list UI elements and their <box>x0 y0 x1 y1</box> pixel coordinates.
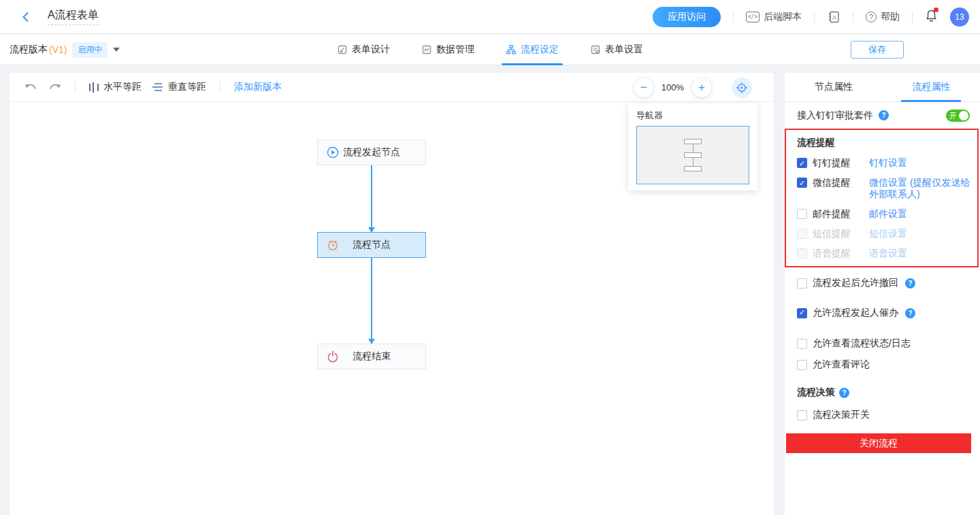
tab-flow-settings[interactable]: 流程设定 <box>506 35 559 65</box>
help-icon[interactable]: ? <box>839 388 849 398</box>
wechat-reminder-checkbox[interactable] <box>797 178 807 188</box>
tab-node-properties[interactable]: 节点属性 <box>785 73 883 101</box>
zoom-controls: − 100% + <box>634 73 752 102</box>
minimap-node <box>684 166 702 171</box>
redo-button[interactable] <box>48 82 61 93</box>
address-book-button[interactable]: A <box>827 10 840 24</box>
chevron-down-icon[interactable] <box>113 48 120 52</box>
divider <box>220 81 220 93</box>
horizontal-distribute-button[interactable]: 水平等距 <box>89 81 142 93</box>
notifications-button[interactable] <box>925 9 938 24</box>
form-design-icon <box>337 44 348 55</box>
view-comments-checkbox[interactable] <box>797 360 807 370</box>
navigator-title: 导航器 <box>636 110 749 122</box>
decision-switch-checkbox[interactable] <box>797 410 807 420</box>
voice-reminder-checkbox <box>797 248 807 259</box>
flow-edge <box>371 165 372 232</box>
allow-withdraw-checkbox[interactable] <box>797 278 807 288</box>
page-title: A流程表单 <box>48 8 99 25</box>
navigator-minimap[interactable] <box>636 126 749 184</box>
help-icon[interactable]: ? <box>879 110 889 120</box>
question-icon: ? <box>866 12 877 22</box>
panel-tabs: 节点属性 流程属性 <box>785 73 980 102</box>
reminder-row-dingtalk: 钉钉提醒 钉钉设置 <box>797 157 973 169</box>
address-book-icon: A <box>827 10 840 24</box>
dingtalk-settings-link[interactable]: 钉钉设置 <box>869 157 973 169</box>
reminder-section-title: 流程提醒 <box>797 137 973 149</box>
app-header: A流程表单 应用访问 </> 后端脚本 A ? 帮助 <box>0 0 980 34</box>
zoom-out-button[interactable]: − <box>634 78 653 97</box>
fit-view-button[interactable] <box>732 78 752 98</box>
reminder-row-voice: 语音提醒 语音设置 <box>797 248 973 259</box>
node-flow-step[interactable]: 流程节点 <box>317 232 426 258</box>
email-settings-link[interactable]: 邮件设置 <box>869 208 973 220</box>
vertical-distribute-button[interactable]: 垂直等距 <box>152 81 206 93</box>
svg-text:A: A <box>832 14 836 20</box>
divider <box>814 12 815 22</box>
minimap-node <box>684 139 702 144</box>
decision-section-title: 流程决策 <box>797 386 835 399</box>
divider <box>912 12 913 22</box>
minimap-edge <box>693 144 693 152</box>
tab-form-design[interactable]: 表单设计 <box>337 35 390 65</box>
code-icon: </> <box>746 12 760 22</box>
option-view-status-log: 允许查看流程状态/日志 <box>797 337 968 350</box>
dingtalk-suite-toggle[interactable]: 开 <box>946 110 970 122</box>
form-settings-icon <box>590 44 601 55</box>
avatar[interactable]: 13 <box>950 7 969 27</box>
status-badge: 启用中 <box>72 42 108 58</box>
notification-dot <box>934 7 938 12</box>
allow-urge-checkbox[interactable] <box>797 308 807 318</box>
close-flow-button[interactable]: 关闭流程 <box>786 433 971 453</box>
data-chart-icon <box>421 44 432 55</box>
flow-canvas: 水平等距 垂直等距 添加新版本 − 100% + 流程发起节点 <box>10 73 774 515</box>
version-selector[interactable]: 流程版本 (V1) 启用中 <box>10 42 120 58</box>
redo-icon <box>48 82 61 93</box>
power-icon <box>327 350 339 363</box>
dingtalk-suite-label: 接入钉钉审批套件 <box>797 110 873 122</box>
toggle-on-label: 开 <box>949 110 957 120</box>
canvas-toolbar: 水平等距 垂直等距 添加新版本 − 100% + <box>10 73 774 102</box>
alarm-clock-icon <box>327 239 339 251</box>
backend-script-button[interactable]: </> 后端脚本 <box>746 11 802 23</box>
horizontal-distribute-icon <box>89 82 99 93</box>
add-new-version-link[interactable]: 添加新版本 <box>234 81 282 93</box>
flow-icon <box>506 44 517 55</box>
vertical-distribute-icon <box>152 83 163 91</box>
wechat-settings-link[interactable]: 微信设置 (提醒仅发送给外部联系人) <box>869 177 973 200</box>
option-allow-withdraw: 流程发起后允许撤回 ? <box>797 277 968 289</box>
help-icon[interactable]: ? <box>905 278 915 288</box>
crosshair-icon <box>736 82 748 94</box>
email-reminder-checkbox[interactable] <box>797 209 807 219</box>
navigator-panel: 导航器 <box>628 103 757 190</box>
save-button[interactable]: 保存 <box>851 41 904 59</box>
undo-icon <box>24 82 37 93</box>
undo-button[interactable] <box>24 82 37 93</box>
app-access-button[interactable]: 应用访问 <box>653 7 721 27</box>
node-flow-end[interactable]: 流程结束 <box>317 344 426 369</box>
node-flow-start[interactable]: 流程发起节点 <box>317 139 426 165</box>
main-tabs: 表单设计 数据管理 流程设定 表单设置 <box>337 35 643 65</box>
sms-reminder-checkbox <box>797 229 807 239</box>
zoom-in-button[interactable]: + <box>692 78 711 97</box>
help-button[interactable]: ? 帮助 <box>866 11 900 23</box>
help-icon[interactable]: ? <box>905 308 915 318</box>
node-label: 流程发起节点 <box>343 146 400 159</box>
dingtalk-reminder-checkbox[interactable] <box>797 158 807 168</box>
version-label: 流程版本 <box>10 44 48 56</box>
back-button[interactable] <box>18 9 34 25</box>
reminder-row-sms: 短信提醒 短信设置 <box>797 228 973 239</box>
flow-edge <box>371 258 372 344</box>
node-label: 流程节点 <box>353 239 391 251</box>
view-status-log-checkbox[interactable] <box>797 339 807 349</box>
zoom-level: 100% <box>662 82 684 93</box>
tab-form-settings[interactable]: 表单设置 <box>590 35 643 65</box>
dingtalk-suite-row: 接入钉钉审批套件 ? 开 <box>785 102 980 129</box>
tab-flow-properties[interactable]: 流程属性 <box>883 73 980 101</box>
minimap-edge <box>693 158 693 166</box>
option-view-comments: 允许查看评论 <box>797 359 968 371</box>
chevron-left-icon <box>20 12 31 22</box>
node-label: 流程结束 <box>353 350 391 363</box>
tab-data-management[interactable]: 数据管理 <box>421 35 474 65</box>
reminder-row-wechat: 微信提醒 微信设置 (提醒仅发送给外部联系人) <box>797 177 973 200</box>
